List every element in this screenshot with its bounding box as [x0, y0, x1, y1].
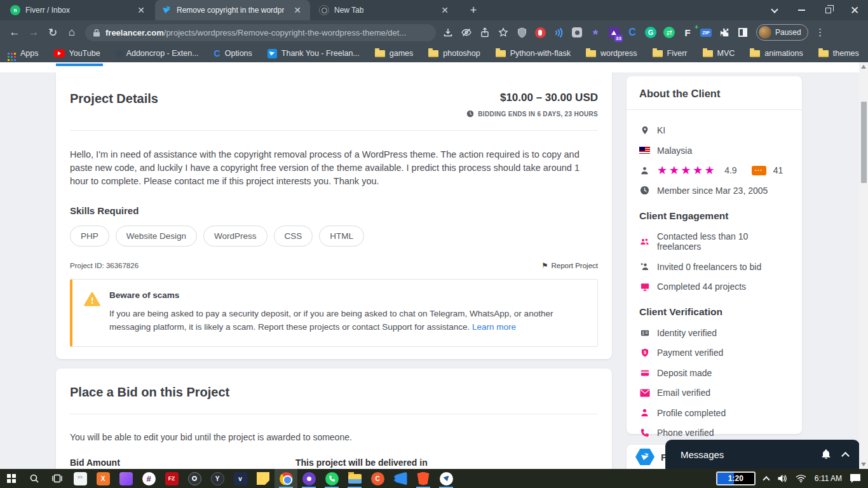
bookmark-youtube[interactable]: YouTube: [54, 49, 100, 58]
skill-chip-php[interactable]: PHP: [70, 226, 109, 247]
taskbar-clock[interactable]: 6:11 AM: [815, 474, 842, 483]
bookmark-folder-wordpress[interactable]: wordpress: [586, 49, 637, 58]
f-plus-extension-icon[interactable]: F+: [681, 25, 695, 39]
taskbar-clipchamp[interactable]: [114, 469, 137, 488]
tab-new-tab[interactable]: New Tab ✕: [313, 0, 458, 20]
taskbar-obs[interactable]: [183, 469, 206, 488]
bookmark-star-icon[interactable]: [496, 25, 510, 39]
skill-chip-html[interactable]: HTML: [319, 226, 364, 247]
bookmark-folder-animations[interactable]: animations: [750, 49, 803, 58]
bookmark-folder-photoshop[interactable]: photoshop: [428, 49, 480, 58]
reload-button[interactable]: ↻: [43, 26, 62, 39]
bookmark-folder-themes[interactable]: themes: [818, 49, 859, 58]
tab-title: Remove copyright in the wordpr: [177, 6, 284, 15]
tab-close-icon[interactable]: ✕: [135, 4, 147, 16]
wifi-icon[interactable]: [796, 474, 806, 483]
taskbar-chrome[interactable]: [275, 469, 297, 488]
taskbar-vscode[interactable]: [389, 469, 412, 488]
restore-button[interactable]: [815, 0, 841, 20]
messages-panel[interactable]: Messages: [665, 440, 860, 469]
back-button[interactable]: ←: [5, 26, 24, 39]
skill-chip-wordpress[interactable]: WordPress: [203, 226, 268, 247]
task-view-button[interactable]: [46, 469, 69, 488]
zip-extension-icon[interactable]: ZIP: [699, 25, 713, 39]
scrollbar-thumb[interactable]: [861, 102, 867, 183]
forward-button[interactable]: →: [24, 26, 43, 39]
arrow-badge-extension-icon[interactable]: 33: [607, 25, 621, 39]
taskbar-whatsapp[interactable]: [320, 469, 343, 488]
tab-search-button[interactable]: [761, 0, 788, 20]
bookmark-options[interactable]: COptions: [214, 48, 252, 58]
start-button[interactable]: [0, 469, 23, 488]
bookmark-thank-you[interactable]: Thank You - Freelan...: [268, 49, 360, 58]
scroll-up-icon[interactable]: [861, 65, 866, 69]
taskbar-xampp[interactable]: X: [92, 469, 114, 488]
project-header: Project Details $10.00 – 30.00 USD BIDDI…: [70, 72, 598, 131]
bookmark-folder-games[interactable]: games: [375, 49, 414, 58]
close-window-button[interactable]: ✕: [841, 0, 868, 20]
scam-warning-box: Beware of scams If you are being asked t…: [70, 279, 598, 347]
folder-icon: [586, 50, 596, 57]
tab-remove-copyright[interactable]: Remove copyright in the wordpr ✕: [155, 0, 310, 20]
taskbar-file-explorer[interactable]: [343, 469, 366, 488]
tab-close-icon[interactable]: ✕: [438, 4, 451, 16]
speaker-icon[interactable]: [777, 473, 787, 484]
taskbar-y-app[interactable]: Y: [206, 469, 229, 488]
browser-toolbar: ← → ↻ ⌂ freelancer.com/projects/wordpres…: [0, 20, 868, 44]
page-title: Project Details: [70, 92, 158, 106]
taskbar-v-app[interactable]: v: [229, 469, 252, 488]
taskbar-orange-app[interactable]: C: [366, 469, 389, 488]
bookmark-addoncrop[interactable]: Addoncrop - Exten...: [116, 49, 199, 58]
home-button[interactable]: ⌂: [62, 26, 81, 39]
bookmark-folder-mvc[interactable]: MVC: [703, 49, 735, 58]
scroll-down-icon[interactable]: [861, 463, 866, 466]
place-bid-title: Place a Bid on this Project: [70, 369, 598, 414]
taskbar-brave[interactable]: [412, 469, 435, 488]
taskbar-sticky-notes[interactable]: [252, 469, 275, 488]
grammarly-extension-icon[interactable]: G: [644, 25, 658, 39]
bookmark-folder-python[interactable]: Python-with-flask: [496, 49, 571, 58]
taskbar-slack[interactable]: #: [137, 469, 160, 488]
bookmark-folder-fiverr[interactable]: Fiverr: [653, 49, 688, 58]
dark-reader-extension-icon[interactable]: [736, 25, 750, 39]
bookmark-apps[interactable]: Apps: [8, 49, 39, 58]
page-scrollbar[interactable]: [859, 62, 868, 469]
tray-expand-icon[interactable]: [763, 476, 770, 483]
shield-extension-icon[interactable]: [515, 25, 529, 39]
asterisk-extension-icon[interactable]: *: [588, 25, 602, 39]
learn-more-link[interactable]: Learn more: [472, 322, 516, 332]
phone-icon: [639, 428, 650, 438]
refresh-extension-icon[interactable]: ⇄: [662, 25, 676, 39]
browser-menu-icon[interactable]: ⋮: [811, 27, 830, 38]
sound-waves-extension-icon[interactable]: [552, 25, 566, 39]
taskbar-telegram-app[interactable]: [435, 469, 458, 488]
taskbar-filezilla[interactable]: FZ: [160, 469, 183, 488]
tab-close-icon[interactable]: ✕: [291, 4, 304, 16]
skill-chip-css[interactable]: CSS: [274, 226, 313, 247]
taskbar-app-white[interactable]: °°: [69, 469, 92, 488]
extensions-puzzle-icon[interactable]: [717, 25, 731, 39]
chevron-up-icon[interactable]: [841, 452, 850, 460]
c-extension-icon[interactable]: C: [625, 25, 639, 39]
taskbar-search-button[interactable]: [23, 469, 46, 488]
action-center-icon[interactable]: [850, 474, 860, 483]
address-bar[interactable]: freelancer.com/projects/wordpress/Remove…: [85, 24, 436, 41]
group-icon: [639, 237, 650, 247]
new-tab-button[interactable]: +: [465, 4, 482, 18]
skill-chip-website-design[interactable]: Website Design: [116, 226, 197, 247]
bell-icon[interactable]: [821, 449, 831, 459]
eye-off-icon[interactable]: [459, 25, 473, 39]
hand-blocker-extension-icon[interactable]: [533, 25, 547, 39]
battery-timer-widget[interactable]: 1:20: [716, 471, 756, 485]
minimize-button[interactable]: [788, 0, 815, 20]
taskbar-github[interactable]: [297, 469, 320, 488]
download-icon[interactable]: [441, 25, 455, 39]
report-project-link[interactable]: ⚑Report Project: [541, 261, 598, 270]
messages-title: Messages: [681, 449, 724, 460]
share-icon[interactable]: [478, 25, 492, 39]
profile-paused-button[interactable]: Paused: [756, 24, 808, 41]
tab-fiverr-inbox[interactable]: fi Fiverr / Inbox ✕: [4, 0, 154, 20]
scam-body: If you are being asked to pay a security…: [109, 307, 580, 334]
freelancer-icon: [268, 49, 277, 58]
camera-extension-icon[interactable]: [570, 25, 584, 39]
